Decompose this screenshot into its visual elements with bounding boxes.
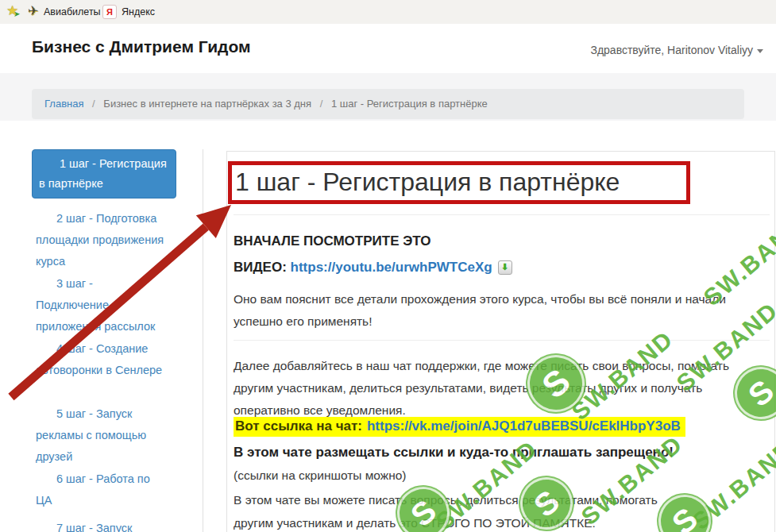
paragraph-video-explainer: Оно вам пояснит все детали прохождения э…	[234, 288, 746, 333]
greeting-text: Здравствуйте, Haritonov Vitaliyy	[590, 44, 753, 56]
section-divider	[234, 340, 770, 341]
video-label: ВИДЕО:	[234, 260, 287, 275]
yandex-icon: Я	[102, 5, 117, 19]
breadcrumb-current-page: 1 шаг - Регистрация в партнёрке	[331, 98, 488, 110]
title-divider	[234, 214, 770, 215]
plane-icon: ✈	[28, 3, 38, 18]
breadcrumb-separator: /	[315, 98, 329, 110]
chevron-down-icon	[757, 49, 763, 53]
chat-rule-note: (ссылки на скриншоты можно)	[234, 468, 407, 483]
chat-rule-text: В этом чате вы можете писать вопросы, де…	[234, 489, 678, 532]
paragraph-chat-invite: Далее добавляйтесь в наш чат поддержки, …	[234, 355, 746, 422]
chat-rule-bold: В этом чате размещать ссылки и куда-то п…	[234, 445, 674, 461]
chat-link-highlight: Вот ссылка на чат:https://vk.me/join/AJQ…	[234, 417, 685, 437]
sidebar-divider	[203, 149, 203, 532]
sidebar-item-step-3[interactable]: 3 шаг - Подключение приложения рассылок	[36, 273, 168, 337]
chat-link-label: Вот ссылка на чат:	[235, 418, 362, 434]
sidebar-item-step-5[interactable]: 5 шаг - Запуск рекламы с помощью друзей	[36, 403, 168, 468]
youtube-video-link[interactable]: https://youtu.be/urwhPWTCeXg	[291, 260, 492, 275]
annotation-red-box	[228, 161, 690, 204]
video-section: ВНАЧАЛЕ ПОСМОТРИТЕ ЭТО ВИДЕО: https://yo…	[234, 228, 512, 280]
lesson-content-card: 1 шаг - Регистрация в партнёрке ВНАЧАЛЕ …	[226, 151, 775, 532]
breadcrumb-course: Бизнес в интернете на партнёрках за 3 дн…	[103, 98, 311, 110]
vk-chat-link[interactable]: https://vk.me/join/AJQ1d7uBEBSU/cEklHbpY…	[367, 418, 681, 434]
sidebar-item-step-2[interactable]: 2 шаг - Подготовка площадки продвижения …	[36, 208, 168, 272]
breadcrumb-separator: /	[87, 98, 101, 110]
bookmark-aviabilety[interactable]: Авиабилеты	[44, 6, 101, 17]
sidebar-item-step-6[interactable]: 6 шаг - Работа по ЦА	[36, 468, 168, 511]
sidebar-item-step-1-active[interactable]: 1 шаг - Регистрация в партнёрке	[32, 149, 176, 199]
breadcrumb: Главная / Бизнес в интернете на партнёрк…	[32, 89, 744, 119]
site-header: Бизнес с Дмитрием Гидом Здравствуйте, Ha…	[0, 24, 776, 74]
sidebar-item-step-4[interactable]: 4 шаг - Создание автоворонки в Сенлере	[36, 338, 168, 381]
page: ★ ➤ ✈ Авиабилеты Я Яндекс Бизнес с Дмитр…	[0, 0, 776, 532]
user-menu[interactable]: Здравствуйте, Haritonov Vitaliyy	[590, 44, 763, 56]
browser-bookmarks-bar: ★ ➤ ✈ Авиабилеты Я Яндекс	[0, 0, 776, 25]
bookmark-yandex[interactable]: Яндекс	[122, 6, 155, 17]
download-icon[interactable]: ⬇	[498, 260, 512, 275]
video-intro-text: ВНАЧАЛЕ ПОСМОТРИТЕ ЭТО	[234, 233, 431, 249]
sidebar-item-step-7[interactable]: 7 шаг - Запуск	[36, 518, 168, 532]
site-title[interactable]: Бизнес с Дмитрием Гидом	[32, 37, 250, 56]
breadcrumb-home-link[interactable]: Главная	[44, 98, 83, 110]
bookmark-star-arrow-icon: ➤	[14, 10, 20, 18]
